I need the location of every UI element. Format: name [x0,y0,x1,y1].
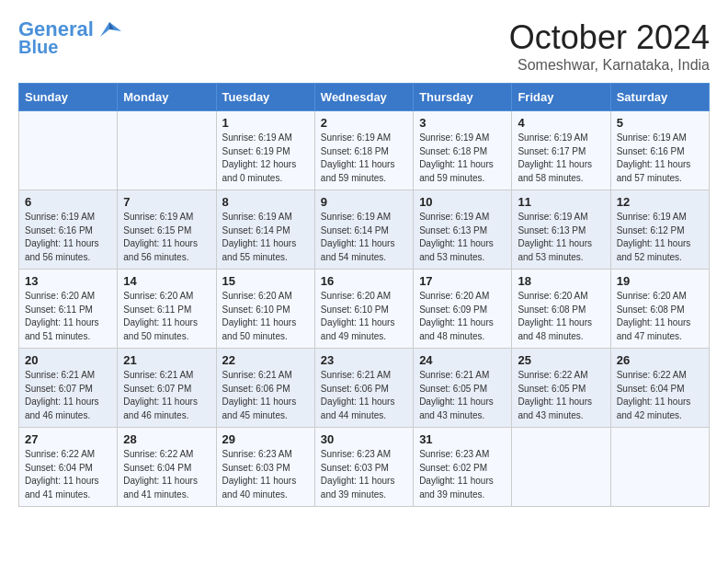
day-number: 5 [617,116,703,130]
day-info: Sunrise: 6:21 AM Sunset: 6:06 PM Dayligh… [321,369,407,422]
logo-blue-text: Blue [18,37,58,57]
calendar-week-row: 20Sunrise: 6:21 AM Sunset: 6:07 PM Dayli… [19,349,710,428]
day-info: Sunrise: 6:20 AM Sunset: 6:10 PM Dayligh… [222,290,309,343]
table-row [118,111,216,190]
day-number: 20 [25,353,111,367]
day-number: 30 [321,432,407,446]
table-row: 20Sunrise: 6:21 AM Sunset: 6:07 PM Dayli… [19,349,118,428]
day-number: 12 [617,195,703,209]
table-row: 23Sunrise: 6:21 AM Sunset: 6:06 PM Dayli… [314,349,413,428]
day-info: Sunrise: 6:20 AM Sunset: 6:11 PM Dayligh… [123,290,210,343]
day-info: Sunrise: 6:23 AM Sunset: 6:03 PM Dayligh… [222,448,309,501]
table-row: 21Sunrise: 6:21 AM Sunset: 6:07 PM Dayli… [118,349,216,428]
day-number: 25 [518,353,604,367]
table-row: 10Sunrise: 6:19 AM Sunset: 6:13 PM Dayli… [414,190,512,270]
day-number: 28 [123,432,210,446]
day-info: Sunrise: 6:21 AM Sunset: 6:07 PM Dayligh… [25,369,111,422]
location-subtitle: Someshwar, Karnataka, India [509,57,710,74]
table-row: 17Sunrise: 6:20 AM Sunset: 6:09 PM Dayli… [414,270,512,349]
table-row: 2Sunrise: 6:19 AM Sunset: 6:18 PM Daylig… [314,111,413,190]
day-info: Sunrise: 6:20 AM Sunset: 6:11 PM Dayligh… [25,290,111,343]
table-row: 30Sunrise: 6:23 AM Sunset: 6:03 PM Dayli… [314,428,413,507]
table-row: 26Sunrise: 6:22 AM Sunset: 6:04 PM Dayli… [610,349,709,428]
day-number: 16 [321,274,407,288]
calendar-header-row: Sunday Monday Tuesday Wednesday Thursday… [19,84,710,111]
day-info: Sunrise: 6:19 AM Sunset: 6:18 PM Dayligh… [419,132,506,185]
day-number: 2 [321,116,407,130]
day-number: 19 [617,274,703,288]
table-row: 19Sunrise: 6:20 AM Sunset: 6:08 PM Dayli… [610,270,709,349]
day-info: Sunrise: 6:19 AM Sunset: 6:18 PM Dayligh… [321,132,407,185]
calendar-week-row: 1Sunrise: 6:19 AM Sunset: 6:19 PM Daylig… [19,111,710,190]
table-row: 18Sunrise: 6:20 AM Sunset: 6:08 PM Dayli… [512,270,610,349]
day-info: Sunrise: 6:20 AM Sunset: 6:08 PM Dayligh… [518,290,604,343]
day-number: 22 [222,353,309,367]
table-row: 14Sunrise: 6:20 AM Sunset: 6:11 PM Dayli… [118,270,216,349]
table-row: 5Sunrise: 6:19 AM Sunset: 6:16 PM Daylig… [610,111,709,190]
day-info: Sunrise: 6:21 AM Sunset: 6:07 PM Dayligh… [123,369,210,422]
table-row: 22Sunrise: 6:21 AM Sunset: 6:06 PM Dayli… [216,349,314,428]
table-row [610,428,709,507]
day-info: Sunrise: 6:19 AM Sunset: 6:12 PM Dayligh… [617,211,703,264]
table-row: 13Sunrise: 6:20 AM Sunset: 6:11 PM Dayli… [19,270,118,349]
day-info: Sunrise: 6:23 AM Sunset: 6:02 PM Dayligh… [419,448,506,501]
day-number: 10 [419,195,506,209]
header-tuesday: Tuesday [216,84,314,111]
table-row: 6Sunrise: 6:19 AM Sunset: 6:16 PM Daylig… [19,190,118,270]
header-thursday: Thursday [414,84,512,111]
day-number: 23 [321,353,407,367]
header-wednesday: Wednesday [314,84,413,111]
day-number: 7 [123,195,210,209]
day-number: 24 [419,353,506,367]
day-number: 15 [222,274,309,288]
logo-bird-icon [96,20,123,39]
day-info: Sunrise: 6:22 AM Sunset: 6:04 PM Dayligh… [617,369,703,422]
day-info: Sunrise: 6:22 AM Sunset: 6:04 PM Dayligh… [123,448,210,501]
table-row: 27Sunrise: 6:22 AM Sunset: 6:04 PM Dayli… [19,428,118,507]
day-number: 11 [518,195,604,209]
table-row: 28Sunrise: 6:22 AM Sunset: 6:04 PM Dayli… [118,428,216,507]
title-block: October 2024 Someshwar, Karnataka, India [509,18,710,74]
day-number: 27 [25,432,111,446]
table-row: 29Sunrise: 6:23 AM Sunset: 6:03 PM Dayli… [216,428,314,507]
day-info: Sunrise: 6:20 AM Sunset: 6:08 PM Dayligh… [617,290,703,343]
calendar-week-row: 6Sunrise: 6:19 AM Sunset: 6:16 PM Daylig… [19,190,710,270]
page-header: General Blue October 2024 Someshwar, Kar… [18,18,710,74]
table-row: 12Sunrise: 6:19 AM Sunset: 6:12 PM Dayli… [610,190,709,270]
day-number: 8 [222,195,309,209]
header-sunday: Sunday [19,84,118,111]
table-row: 24Sunrise: 6:21 AM Sunset: 6:05 PM Dayli… [414,349,512,428]
table-row: 1Sunrise: 6:19 AM Sunset: 6:19 PM Daylig… [216,111,314,190]
day-info: Sunrise: 6:22 AM Sunset: 6:04 PM Dayligh… [25,448,111,501]
day-number: 3 [419,116,506,130]
day-info: Sunrise: 6:23 AM Sunset: 6:03 PM Dayligh… [321,448,407,501]
day-number: 31 [419,432,506,446]
day-number: 26 [617,353,703,367]
day-number: 9 [321,195,407,209]
day-info: Sunrise: 6:19 AM Sunset: 6:13 PM Dayligh… [518,211,604,264]
day-info: Sunrise: 6:20 AM Sunset: 6:10 PM Dayligh… [321,290,407,343]
calendar-week-row: 13Sunrise: 6:20 AM Sunset: 6:11 PM Dayli… [19,270,710,349]
table-row [512,428,610,507]
day-number: 13 [25,274,111,288]
day-number: 4 [518,116,604,130]
calendar-week-row: 27Sunrise: 6:22 AM Sunset: 6:04 PM Dayli… [19,428,710,507]
table-row: 25Sunrise: 6:22 AM Sunset: 6:05 PM Dayli… [512,349,610,428]
header-monday: Monday [118,84,216,111]
day-info: Sunrise: 6:19 AM Sunset: 6:14 PM Dayligh… [222,211,309,264]
day-info: Sunrise: 6:19 AM Sunset: 6:13 PM Dayligh… [419,211,506,264]
day-info: Sunrise: 6:19 AM Sunset: 6:15 PM Dayligh… [123,211,210,264]
table-row: 15Sunrise: 6:20 AM Sunset: 6:10 PM Dayli… [216,270,314,349]
table-row [19,111,118,190]
table-row: 31Sunrise: 6:23 AM Sunset: 6:02 PM Dayli… [414,428,512,507]
logo: General Blue [18,18,123,57]
table-row: 4Sunrise: 6:19 AM Sunset: 6:17 PM Daylig… [512,111,610,190]
table-row: 8Sunrise: 6:19 AM Sunset: 6:14 PM Daylig… [216,190,314,270]
day-number: 21 [123,353,210,367]
day-info: Sunrise: 6:22 AM Sunset: 6:05 PM Dayligh… [518,369,604,422]
header-friday: Friday [512,84,610,111]
day-number: 6 [25,195,111,209]
day-number: 17 [419,274,506,288]
day-info: Sunrise: 6:19 AM Sunset: 6:17 PM Dayligh… [518,132,604,185]
table-row: 16Sunrise: 6:20 AM Sunset: 6:10 PM Dayli… [314,270,413,349]
